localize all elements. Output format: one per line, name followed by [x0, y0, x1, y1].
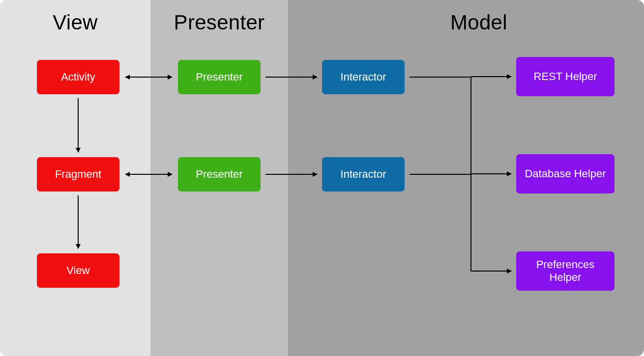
node-interactor-2: Interactor: [322, 157, 405, 192]
node-presenter-2: Presenter: [178, 157, 261, 192]
node-activity: Activity: [37, 60, 119, 94]
node-presenter-1: Presenter: [178, 60, 261, 94]
mvp-architecture-diagram: View Presenter Model Activity Fragment V…: [0, 0, 644, 356]
node-fragment: Fragment: [37, 157, 119, 192]
node-rest-helper: REST Helper: [516, 57, 615, 96]
column-model-title: Model: [288, 11, 644, 34]
node-view: View: [37, 253, 119, 288]
node-preferences-helper: Preferences Helper: [516, 251, 615, 291]
column-view-title: View: [0, 11, 150, 34]
node-database-helper: Database Helper: [516, 154, 615, 193]
column-presenter-title: Presenter: [150, 11, 288, 34]
node-interactor-1: Interactor: [322, 60, 405, 94]
